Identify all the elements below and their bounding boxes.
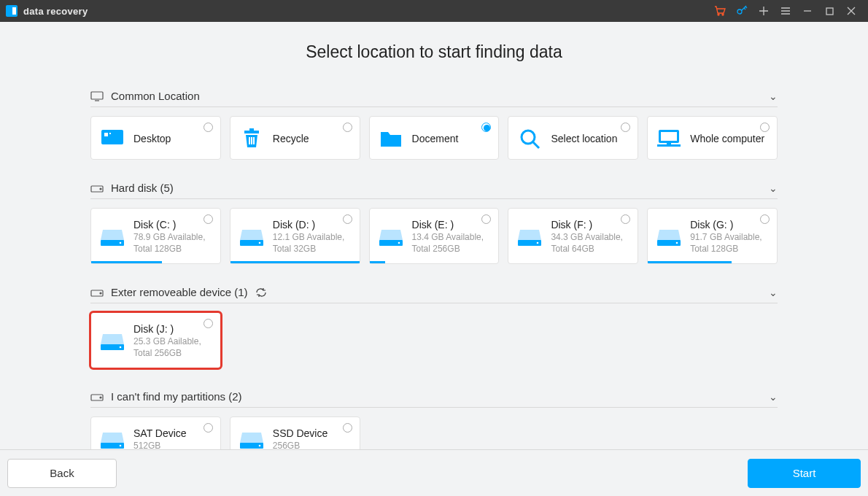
svg-rect-6: [104, 133, 108, 136]
svg-rect-4: [91, 92, 103, 99]
card-subtitle: 34.3 GB Available, Total 64GB: [551, 232, 629, 255]
location-card-desktop[interactable]: Desktop: [90, 116, 221, 160]
drive-icon: [90, 287, 104, 298]
radio-button[interactable]: [204, 319, 213, 328]
section-header-harddisk[interactable]: Hard disk (5) ⌄: [90, 174, 778, 199]
card-title: Select location: [551, 133, 617, 144]
drive-icon: [100, 330, 125, 352]
chevron-down-icon: ⌄: [769, 90, 778, 102]
usage-bar: [91, 261, 162, 263]
chevron-down-icon: ⌄: [769, 391, 778, 403]
close-button[interactable]: [840, 0, 862, 22]
usage-bar: [648, 261, 732, 263]
minimize-button[interactable]: [797, 0, 818, 22]
card-title: Docement: [412, 133, 459, 144]
card-title: Disk (C: ): [133, 219, 212, 230]
monitor-icon: [90, 91, 104, 101]
disk-card-disk-d[interactable]: Disk (D: )12.1 GB Available, Total 32GB: [230, 208, 360, 264]
drive-icon: [517, 226, 542, 248]
svg-point-33: [120, 346, 122, 348]
card-title: SSD Device: [273, 427, 328, 439]
app-logo: [6, 5, 18, 17]
disk-card-disk-j[interactable]: Disk (J: )25.3 GB Aailable, Total 256GB: [90, 312, 221, 368]
card-subtitle: 256GB: [273, 441, 328, 449]
location-card-whole-computer[interactable]: Whole computer: [647, 116, 778, 160]
drive-icon: [379, 226, 403, 248]
svg-point-27: [537, 241, 539, 244]
disk-card-disk-g[interactable]: Disk (G: )91.7 GB Available, Total 128GB: [647, 208, 778, 264]
section-label: Hard disk (5): [111, 182, 174, 194]
card-title: Disk (D: ): [273, 219, 351, 230]
plus-icon[interactable]: [753, 0, 775, 22]
radio-button[interactable]: [343, 423, 352, 433]
section-header-partitions[interactable]: I can't find my partitions (2) ⌄: [90, 383, 778, 408]
drive-icon: [656, 226, 681, 248]
disk-card-disk-c[interactable]: Disk (C: )78.9 GB Available, Total 128GB: [90, 208, 221, 264]
svg-rect-9: [249, 128, 254, 131]
card-subtitle: 78.9 GB Available, Total 128GB: [133, 232, 212, 255]
section-header-removable[interactable]: Exter removeable device (1) ⌄: [90, 279, 778, 303]
svg-rect-8: [244, 131, 259, 133]
select-loc-icon: [517, 128, 542, 150]
svg-point-0: [718, 14, 719, 15]
radio-button[interactable]: [481, 214, 491, 224]
svg-rect-11: [251, 137, 252, 144]
section-label: I can't find my partitions (2): [111, 390, 242, 403]
location-card-select-loc[interactable]: Select location: [508, 116, 638, 160]
back-button[interactable]: Back: [7, 459, 117, 488]
card-subtitle: 512GB: [133, 441, 187, 449]
chevron-down-icon: ⌄: [769, 287, 778, 298]
usage-bar: [230, 261, 360, 263]
radio-button[interactable]: [343, 214, 352, 224]
section-label: Exter removeable device (1): [111, 286, 248, 298]
radio-button[interactable]: [760, 214, 770, 224]
card-title: Disk (J: ): [133, 323, 212, 335]
svg-point-39: [258, 445, 260, 447]
key-icon[interactable]: [731, 0, 753, 22]
svg-rect-17: [667, 143, 671, 144]
disk-card-disk-e[interactable]: Disk (E: )13.4 GB Available, Total 256GB: [369, 208, 500, 264]
section-header-common[interactable]: Common Location ⌄: [90, 82, 778, 107]
radio-button[interactable]: [204, 123, 213, 132]
card-title: Disk (F: ): [551, 219, 629, 230]
titlebar: data recovery: [0, 0, 868, 22]
location-card-document[interactable]: Docement: [369, 116, 500, 160]
footer: Back Start: [0, 449, 868, 496]
radio-button[interactable]: [343, 123, 352, 132]
chevron-down-icon: ⌄: [769, 182, 778, 194]
app-name: data recovery: [23, 6, 88, 17]
drive-icon: [90, 392, 104, 402]
recycle-icon: [239, 128, 264, 150]
refresh-icon[interactable]: [255, 287, 267, 298]
svg-point-35: [100, 397, 101, 398]
svg-point-37: [120, 445, 122, 447]
location-card-recycle[interactable]: Recycle: [230, 116, 360, 160]
radio-button[interactable]: [481, 123, 491, 132]
start-button[interactable]: Start: [748, 459, 861, 488]
radio-button[interactable]: [204, 423, 213, 433]
usage-bar: [370, 261, 385, 263]
svg-point-25: [398, 241, 400, 244]
disk-card-sat-device[interactable]: SAT Device512GB: [90, 416, 221, 449]
drive-icon: [239, 226, 264, 248]
drive-icon: [90, 183, 104, 193]
disk-card-ssd-device[interactable]: SSD Device256GB: [230, 416, 360, 449]
card-title: SAT Device: [133, 427, 187, 439]
page-title: Select location to start finding data: [90, 42, 778, 62]
svg-point-23: [258, 241, 260, 244]
drive-icon: [100, 226, 125, 248]
disk-card-disk-f[interactable]: Disk (F: )34.3 GB Available, Total 64GB: [508, 208, 638, 264]
card-subtitle: 13.4 GB Available, Total 256GB: [412, 232, 490, 255]
cart-icon[interactable]: [709, 0, 731, 22]
radio-button[interactable]: [621, 214, 630, 224]
section-label: Common Location: [111, 90, 200, 102]
svg-point-29: [676, 241, 678, 244]
whole-computer-icon: [656, 128, 681, 150]
radio-button[interactable]: [621, 123, 630, 132]
radio-button[interactable]: [760, 123, 770, 132]
maximize-button[interactable]: [818, 0, 840, 22]
radio-button[interactable]: [204, 214, 213, 224]
menu-icon[interactable]: [775, 0, 797, 22]
card-title: Whole computer: [690, 133, 764, 144]
card-title: Disk (E: ): [412, 219, 490, 230]
